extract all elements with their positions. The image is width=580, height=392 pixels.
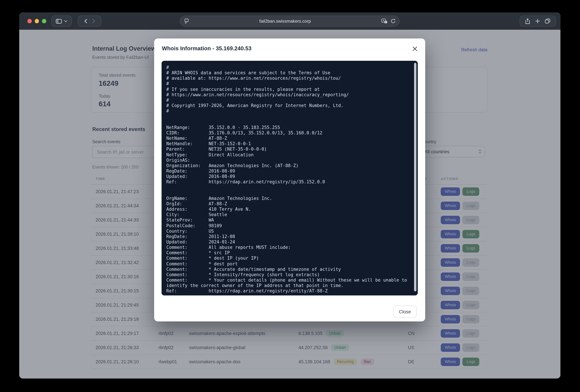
minimize-window-button[interactable] xyxy=(35,19,39,23)
translate-icon[interactable]: Ax xyxy=(381,18,388,24)
forward-button[interactable] xyxy=(92,19,95,23)
reload-icon[interactable] xyxy=(391,18,396,24)
page-content: Internal Log Overview Events stored by F… xyxy=(19,30,560,379)
svg-text:x: x xyxy=(385,21,386,23)
reader-icon[interactable] xyxy=(184,18,189,24)
toolbar-right xyxy=(520,15,556,27)
tabs-icon[interactable] xyxy=(545,18,550,24)
sidebar-toggle[interactable] xyxy=(51,15,72,27)
whois-modal-title: Whois Information - 35.169.240.53 xyxy=(162,45,252,52)
address-bar[interactable]: fail2ban.swissmakers.corp Ax xyxy=(180,15,400,27)
new-tab-icon[interactable] xyxy=(535,19,540,23)
svg-text:A: A xyxy=(383,19,385,22)
window-controls xyxy=(27,12,46,30)
chevron-down-icon xyxy=(64,20,67,22)
sidebar-icon xyxy=(56,19,62,23)
browser-window: fail2ban.swissmakers.corp Ax xyxy=(19,12,560,379)
nav-buttons xyxy=(78,15,101,27)
whois-modal: Whois Information - 35.169.240.53 # # AR… xyxy=(154,38,425,321)
whois-output[interactable]: # # ARIN WHOIS data and services are sub… xyxy=(161,61,418,295)
back-button[interactable] xyxy=(84,19,87,23)
close-window-button[interactable] xyxy=(27,19,32,23)
nav-divider xyxy=(89,18,90,24)
zoom-window-button[interactable] xyxy=(42,19,46,23)
whois-output-text: # # ARIN WHOIS data and services are sub… xyxy=(166,65,418,294)
browser-titlebar: fail2ban.swissmakers.corp Ax xyxy=(19,12,560,30)
close-button[interactable]: Close xyxy=(393,305,417,318)
share-icon[interactable] xyxy=(525,18,530,24)
scrollbar-thumb[interactable] xyxy=(414,63,417,292)
close-icon[interactable] xyxy=(412,46,418,52)
url-text[interactable]: fail2ban.swissmakers.corp xyxy=(189,18,381,24)
